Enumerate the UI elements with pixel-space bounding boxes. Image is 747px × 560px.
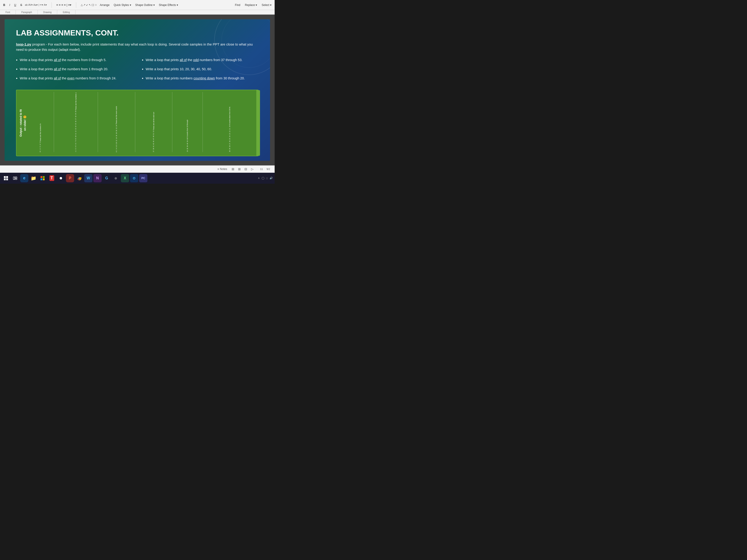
edge-icon: e	[23, 176, 25, 181]
pc-health-button[interactable]: PC	[139, 174, 147, 182]
google-button[interactable]: G	[103, 174, 111, 182]
output-col-6-label: It counts down from 30 through 20.	[229, 107, 230, 125]
select-button[interactable]: Select ▾	[260, 3, 273, 7]
col-divider-1	[54, 92, 54, 152]
notes-label: Notes	[220, 167, 227, 171]
time-display: 11	[260, 168, 263, 170]
intro-text: program - For each item below, include p…	[16, 42, 253, 51]
shape-outline-button[interactable]: Shape Outline ▾	[134, 3, 156, 7]
edge-button[interactable]: e	[20, 174, 28, 182]
output-col-4: These are all the odd numbers from 37 th…	[137, 112, 171, 152]
drawing-label: Drawing	[38, 10, 57, 14]
editing-label: Editing	[57, 10, 76, 14]
bullet-right-1-text: Write a loop that prints all of the odd …	[146, 58, 242, 62]
output-section: Output - rotated to fit on slide! 😊 Thes…	[16, 90, 259, 156]
slide-container: LAB ASSIGNMENTS, CONT. loop-1.py program…	[0, 15, 275, 165]
bullet-right-2-text: Write a loop that prints 10, 20, 30, 40,…	[146, 67, 212, 72]
col-divider-2	[98, 92, 98, 152]
bullet-left-2-text: Write a loop that prints all of the numb…	[20, 67, 108, 72]
bullet-dot-1: •	[16, 57, 18, 63]
notepad-icon: T	[49, 175, 54, 181]
onenote-icon: N	[96, 176, 99, 180]
tray-chevron: ∧	[258, 177, 260, 180]
taskbar: e 📁 T ⏺ P W N G ⊕ X O PC	[0, 173, 275, 184]
svg-rect-10	[43, 179, 45, 180]
bullet-col-right: • Write a loop that prints all of the od…	[142, 58, 259, 85]
excel-button[interactable]: X	[121, 174, 129, 182]
notes-icon: ≡	[217, 167, 219, 171]
quick-styles-button[interactable]: Quick Styles ▾	[112, 3, 132, 7]
slideshow-button[interactable]: ▷	[250, 167, 255, 171]
svg-rect-3	[6, 179, 8, 180]
bold-button[interactable]: B	[2, 3, 7, 7]
editing-group: Find Replace ▾ Select ▾	[234, 3, 273, 7]
notes-button[interactable]: ≡ Notes	[217, 167, 227, 171]
onenote-button[interactable]: N	[93, 174, 102, 182]
output-col-3-label: These are the even numbers from 0 throug…	[115, 106, 117, 125]
output-col-2-numbers: 1 2 3 4 5 6 7 8 9 10 11 12 13 14 15 16 1…	[75, 111, 77, 152]
store-button[interactable]	[38, 174, 47, 182]
shape-tools: △ ↗ ↙ ↖ { } ☆	[81, 3, 97, 6]
bullet-columns: • Write a loop that prints all of the nu…	[16, 58, 259, 85]
taskview-button[interactable]	[11, 174, 19, 182]
folder-icon: 📁	[31, 176, 36, 181]
bullet-dot-r1: •	[142, 57, 143, 63]
svg-rect-1	[6, 176, 8, 178]
arrange-button[interactable]: Arrange	[98, 3, 111, 7]
col-divider-3	[135, 92, 135, 152]
bullet-col-left: • Write a loop that prints all of the nu…	[16, 58, 133, 85]
file-explorer-button[interactable]: 📁	[29, 174, 37, 182]
svg-rect-4	[13, 177, 15, 180]
tray-volume: 🔊	[269, 177, 273, 180]
bullet-right-2: • Write a loop that prints 10, 20, 30, 4…	[142, 67, 259, 72]
find-button[interactable]: Find	[234, 3, 242, 7]
windows-start-button[interactable]	[2, 174, 10, 182]
output-col-5-label: It counts from 10 through 60 by 10s.	[186, 119, 188, 137]
svg-rect-9	[41, 179, 42, 180]
svg-rect-8	[43, 176, 45, 178]
outlook-button[interactable]: O	[130, 174, 138, 182]
svg-rect-7	[41, 176, 42, 178]
bullet-left-1-text: Write a loop that prints all of the numb…	[20, 58, 106, 62]
underline-button[interactable]: U	[13, 3, 18, 7]
output-label-line2: on slide! 😊	[23, 115, 27, 131]
output-columns: These are the numbers from 0 through 5. …	[28, 92, 255, 154]
bullet-left-3: • Write a loop that prints all of the ev…	[16, 76, 133, 81]
ribbon-toolbar: B I U S ab AV▾ Aa▾ | ✏▾ A▾ ≡ ≡ ≡ ≡ | ≡▾ …	[0, 0, 275, 10]
strikethrough-button[interactable]: S	[19, 3, 24, 7]
output-col-4-label: These are all the odd numbers from 37 th…	[153, 112, 154, 130]
chrome-button[interactable]	[75, 174, 83, 182]
excel-icon: X	[124, 176, 126, 180]
replace-button[interactable]: Replace ▾	[243, 3, 258, 7]
bullet-left-3-text: Write a loop that prints all of the even…	[20, 76, 116, 81]
notepad-button[interactable]: T	[48, 174, 56, 182]
other-icon: ⊕	[114, 177, 117, 180]
output-col-1-numbers: 0 1 2 3 4 5	[40, 142, 41, 152]
output-label: Output - rotated to fit on slide! 😊	[19, 92, 27, 154]
output-col-4-numbers: 37 39 41 43 45 47 49 51 53	[153, 131, 154, 152]
reading-view-button[interactable]: ⊟	[243, 167, 248, 171]
view-icons: ⊞ ⊞ ⊟ ▷	[231, 167, 255, 171]
tray-network: ◯	[262, 177, 264, 180]
output-col-5-numbers: 10 20 30 40 50 60	[186, 138, 188, 152]
output-col-2: These are the numbers 1 through 20. 1 2 …	[55, 92, 96, 152]
italic-button[interactable]: I	[8, 3, 11, 7]
output-label-line1: Output - rotated to fit	[19, 109, 22, 137]
outlook-icon: O	[133, 177, 135, 180]
paragraph-group: ≡ ≡ ≡ ≡ | ≡▾	[56, 3, 71, 7]
camera-button[interactable]: ⏺	[57, 174, 65, 182]
word-button[interactable]: W	[84, 174, 93, 182]
right-accent	[256, 90, 260, 156]
shape-effects-button[interactable]: Shape Effects ▾	[157, 3, 179, 7]
filename: loop-1.py	[16, 42, 31, 46]
other-app-button[interactable]: ⊕	[112, 174, 120, 182]
svg-rect-2	[4, 179, 6, 180]
camera-icon: ⏺	[59, 176, 63, 180]
bullet-right-3-text: Write a loop that prints numbers countin…	[146, 76, 244, 81]
google-icon: G	[105, 176, 108, 180]
normal-view-button[interactable]: ⊞	[231, 167, 235, 171]
output-col-6: It counts down from 30 through 20. 30 29…	[204, 107, 255, 152]
output-col-3-numbers: 0 2 4 6 8 10 12 14 16 18 20 22 24	[115, 125, 118, 152]
powerpoint-button[interactable]: P	[66, 174, 74, 182]
grid-view-button[interactable]: ⊞	[237, 167, 242, 171]
